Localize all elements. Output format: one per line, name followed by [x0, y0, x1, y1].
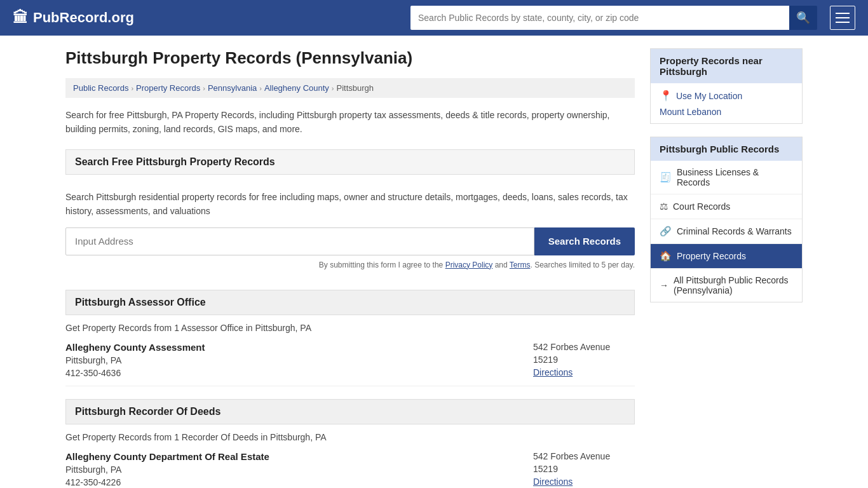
breadcrumb-pennsylvania[interactable]: Pennsylvania — [208, 83, 257, 93]
office-name-1: Allegheny County Assessment — [65, 342, 520, 353]
search-form-area: Search Pittsburgh residential property r… — [65, 182, 635, 277]
office-street-1: 542 Forbes Avenue — [533, 342, 635, 352]
logo-icon: 🏛 — [13, 9, 28, 27]
public-records-card: Pittsburgh Public Records 🧾 Business Lic… — [650, 137, 803, 302]
menu-line-2 — [836, 17, 850, 18]
sidebar-all-records-link[interactable]: → All Pittsburgh Public Records (Pennsyl… — [651, 269, 802, 302]
breadcrumb: Public Records › Property Records › Penn… — [65, 78, 635, 98]
home-icon: 🏠 — [660, 250, 672, 262]
recorder-section-header: Pittsburgh Recorder Of Deeds — [65, 399, 635, 424]
privacy-policy-link[interactable]: Privacy Policy — [445, 261, 493, 269]
office-info-1: Allegheny County Assessment Pittsburgh, … — [65, 342, 520, 378]
office-zip-1: 15219 — [533, 355, 635, 365]
page-title: Pittsburgh Property Records (Pennsylvani… — [65, 48, 635, 68]
breadcrumb-property-records[interactable]: Property Records — [136, 83, 200, 93]
breadcrumb-sep-3: › — [259, 85, 262, 92]
recorder-description: Get Property Records from 1 Recorder Of … — [65, 432, 635, 442]
recorder-section: Pittsburgh Recorder Of Deeds Get Propert… — [65, 399, 635, 488]
office-phone-1: 412-350-4636 — [65, 368, 520, 378]
logo-text: PubRecord.org — [33, 10, 134, 26]
page-container: Pittsburgh Property Records (Pennsylvani… — [53, 36, 815, 488]
main-content: Pittsburgh Property Records (Pennsylvani… — [65, 48, 635, 488]
scale-icon: ⚖ — [660, 201, 668, 212]
office-directions-1[interactable]: Directions — [533, 367, 573, 377]
assessor-description: Get Property Records from 1 Assessor Off… — [65, 323, 635, 333]
header-search-button[interactable]: 🔍 — [789, 6, 817, 30]
site-logo[interactable]: 🏛 PubRecord.org — [13, 9, 134, 27]
nearby-card-header: Property Records near Pittsburgh — [651, 49, 802, 83]
sidebar-item-business-licenses[interactable]: 🧾 Business Licenses & Records — [651, 161, 802, 194]
sidebar-item-label: Business Licenses & Records — [677, 167, 793, 187]
breadcrumb-sep-4: › — [332, 85, 334, 92]
office-directions-2[interactable]: Directions — [533, 477, 573, 487]
sidebar: Property Records near Pittsburgh 📍 Use M… — [650, 48, 803, 488]
sidebar-item-label: Court Records — [673, 201, 730, 212]
breadcrumb-current: Pittsburgh — [337, 83, 374, 93]
breadcrumb-allegheny[interactable]: Allegheny County — [264, 83, 329, 93]
header-menu-button[interactable] — [830, 6, 855, 30]
breadcrumb-public-records[interactable]: Public Records — [73, 83, 128, 93]
nearby-mount-lebanon-link[interactable]: Mount Lebanon — [660, 107, 793, 117]
menu-line-3 — [836, 22, 850, 23]
nearby-card-body: 📍 Use My Location Mount Lebanon — [651, 83, 802, 123]
office-city-state-1: Pittsburgh, PA — [65, 355, 520, 365]
search-description: Search Pittsburgh residential property r… — [65, 190, 635, 219]
all-records-label: All Pittsburgh Public Records (Pennsylva… — [674, 275, 793, 295]
breadcrumb-sep-2: › — [203, 85, 205, 92]
sidebar-item-label: Criminal Records & Warrants — [677, 226, 792, 236]
assessor-section: Pittsburgh Assessor Office Get Property … — [65, 290, 635, 386]
nearby-card: Property Records near Pittsburgh 📍 Use M… — [650, 48, 803, 124]
link-icon: 🔗 — [660, 226, 672, 237]
menu-line-1 — [836, 13, 850, 14]
sidebar-item-criminal-records[interactable]: 🔗 Criminal Records & Warrants — [651, 219, 802, 244]
location-icon: 📍 — [660, 90, 672, 102]
briefcase-icon: 🧾 — [660, 172, 672, 183]
site-header: 🏛 PubRecord.org 🔍 — [0, 0, 868, 36]
office-info-2: Allegheny County Department Of Real Esta… — [65, 451, 520, 487]
office-address-1: 542 Forbes Avenue 15219 Directions — [533, 342, 635, 378]
assessor-section-header: Pittsburgh Assessor Office — [65, 290, 635, 315]
table-row: Allegheny County Department Of Real Esta… — [65, 451, 635, 488]
office-city-state-2: Pittsburgh, PA — [65, 464, 520, 475]
office-phone-2: 412-350-4226 — [65, 477, 520, 487]
recorder-heading: Pittsburgh Recorder Of Deeds — [75, 406, 625, 417]
search-section-header: Search Free Pittsburgh Property Records — [65, 149, 635, 175]
form-disclaimer: By submitting this form I agree to the P… — [65, 261, 635, 269]
sidebar-item-property-records[interactable]: 🏠 Property Records — [651, 244, 802, 269]
office-street-2: 542 Forbes Avenue — [533, 451, 635, 461]
arrow-icon: → — [660, 280, 668, 290]
terms-link[interactable]: Terms — [510, 261, 531, 269]
use-my-location-button[interactable]: 📍 Use My Location — [660, 90, 742, 102]
public-records-card-header: Pittsburgh Public Records — [651, 137, 802, 161]
office-name-2: Allegheny County Department Of Real Esta… — [65, 451, 520, 462]
disclaimer-text: By submitting this form I agree to the — [319, 261, 445, 269]
search-icon: 🔍 — [796, 11, 810, 25]
limit-text: . Searches limited to 5 per day. — [530, 261, 635, 269]
search-records-label: Search Records — [548, 236, 621, 247]
breadcrumb-sep-1: › — [131, 85, 133, 92]
page-description: Search for free Pittsburgh, PA Property … — [65, 108, 635, 137]
office-address-2: 542 Forbes Avenue 15219 Directions — [533, 451, 635, 487]
table-row: Allegheny County Assessment Pittsburgh, … — [65, 342, 635, 386]
sidebar-item-court-records[interactable]: ⚖ Court Records — [651, 194, 802, 219]
office-zip-2: 15219 — [533, 464, 635, 474]
search-records-button[interactable]: Search Records — [534, 227, 635, 255]
search-row: Search Records — [65, 227, 635, 255]
sidebar-item-label: Property Records — [677, 251, 746, 261]
search-address-input[interactable] — [65, 227, 534, 255]
and-text: and — [492, 261, 509, 269]
header-search-container: 🔍 — [410, 6, 817, 30]
assessor-heading: Pittsburgh Assessor Office — [75, 297, 625, 308]
use-my-location-label: Use My Location — [676, 91, 742, 101]
header-search-input[interactable] — [410, 6, 789, 30]
search-heading: Search Free Pittsburgh Property Records — [75, 156, 625, 168]
